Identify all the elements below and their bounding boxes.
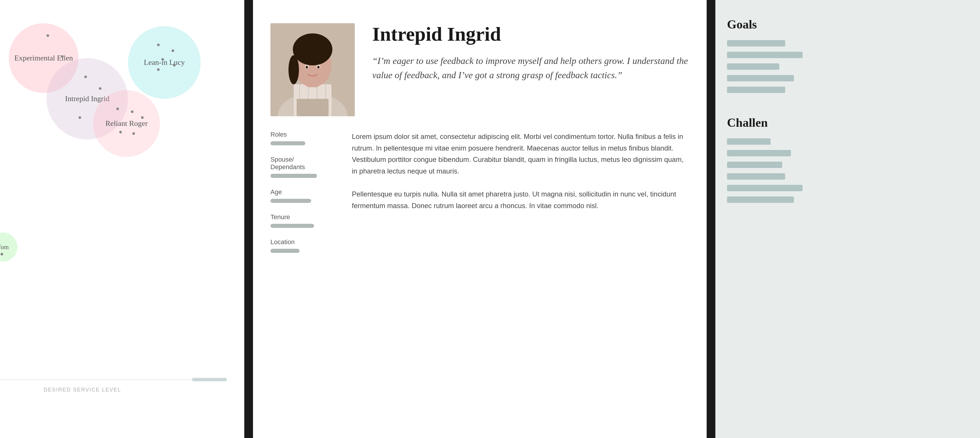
goals-bar-2 bbox=[727, 52, 803, 58]
goals-bar-5 bbox=[727, 87, 785, 93]
challenges-bar-3 bbox=[727, 162, 782, 168]
attr-tenure: Tenure bbox=[270, 213, 329, 228]
svg-point-9 bbox=[293, 33, 332, 65]
challenges-bar-4 bbox=[727, 173, 785, 179]
challenges-title: Challen bbox=[727, 116, 968, 130]
axis-label: DESIRED SERVICE LEVEL bbox=[44, 387, 121, 393]
persona-detail-panel: Intrepid Ingrid “I’m eager to use feedba… bbox=[253, 0, 706, 438]
desc-block-2: Pellentesque eu turpis nulla. Nulla sit … bbox=[352, 188, 689, 211]
challenges-bar-2 bbox=[727, 150, 791, 156]
attr-bar-spouse bbox=[270, 174, 317, 178]
goals-bar-4 bbox=[727, 75, 794, 81]
bubble-lucy[interactable]: Lean-in Lucy bbox=[128, 26, 200, 99]
persona-info: Intrepid Ingrid “I’m eager to use feedba… bbox=[372, 23, 689, 116]
bubble-label-tom: Tom bbox=[0, 243, 9, 251]
attr-label-roles: Roles bbox=[270, 131, 329, 138]
challenges-bar-5 bbox=[727, 185, 803, 191]
bubble-chart: Experimental Ellen Intrepid Ingrid Lean-… bbox=[0, 0, 244, 438]
desc-text-2: Pellentesque eu turpis nulla. Nulla sit … bbox=[352, 188, 689, 211]
challenges-bar-6 bbox=[727, 197, 794, 203]
goals-bar-1 bbox=[727, 40, 785, 46]
attr-label-spouse: Spouse/Dependants bbox=[270, 156, 329, 171]
svg-point-10 bbox=[288, 55, 299, 84]
challenges-bar-1 bbox=[727, 138, 771, 145]
svg-point-14 bbox=[317, 66, 320, 68]
persona-quote: “I’m eager to use feedback to improve my… bbox=[372, 54, 689, 83]
persona-description: Lorem ipsum dolor sit amet, consectetur … bbox=[352, 131, 689, 263]
persona-attributes: Roles Spouse/Dependants Age Tenure Locat… bbox=[270, 131, 329, 263]
right-panel: Goals Challen bbox=[715, 0, 980, 438]
svg-point-13 bbox=[305, 66, 308, 68]
bubble-tom[interactable]: Tom bbox=[0, 233, 18, 262]
right-divider bbox=[706, 0, 715, 438]
attr-bar-age bbox=[270, 199, 311, 203]
attr-label-age: Age bbox=[270, 188, 329, 196]
attr-age: Age bbox=[270, 188, 329, 203]
attr-bar-roles bbox=[270, 141, 305, 145]
desc-text-1: Lorem ipsum dolor sit amet, consectetur … bbox=[352, 131, 689, 177]
attr-label-tenure: Tenure bbox=[270, 213, 329, 221]
persona-body: Roles Spouse/Dependants Age Tenure Locat… bbox=[270, 131, 689, 263]
left-divider bbox=[244, 0, 253, 438]
bubble-label-ellen: Experimental Ellen bbox=[14, 53, 73, 63]
desc-block-1: Lorem ipsum dolor sit amet, consectetur … bbox=[352, 131, 689, 177]
goals-bar-3 bbox=[727, 63, 780, 70]
attr-roles: Roles bbox=[270, 131, 329, 145]
attr-label-location: Location bbox=[270, 238, 329, 246]
persona-name: Intrepid Ingrid bbox=[372, 23, 689, 45]
svg-rect-15 bbox=[297, 99, 329, 116]
attr-bar-location bbox=[270, 249, 299, 253]
persona-photo bbox=[270, 23, 355, 116]
goals-title: Goals bbox=[727, 17, 968, 32]
bubble-label-lucy: Lean-in Lucy bbox=[144, 57, 185, 67]
bubble-roger[interactable]: Reliant Roger bbox=[93, 90, 160, 157]
persona-top: Intrepid Ingrid “I’m eager to use feedba… bbox=[270, 23, 689, 116]
attr-bar-tenure bbox=[270, 224, 314, 228]
attr-spouse: Spouse/Dependants bbox=[270, 156, 329, 178]
bubble-label-roger: Reliant Roger bbox=[105, 119, 148, 129]
scroll-indicator[interactable] bbox=[192, 378, 227, 381]
attr-location: Location bbox=[270, 238, 329, 253]
bubble-chart-panel: Experimental Ellen Intrepid Ingrid Lean-… bbox=[0, 0, 244, 438]
